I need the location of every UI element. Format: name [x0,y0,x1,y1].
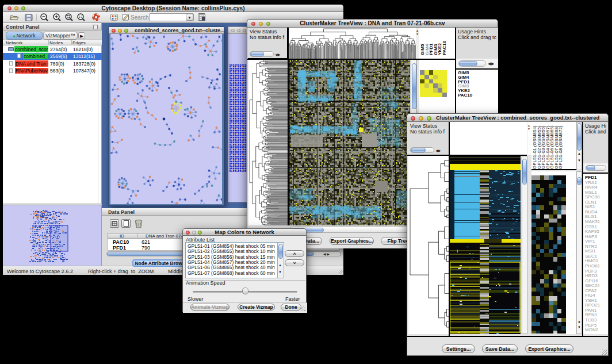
svg-text:1:1: 1:1 [79,15,83,18]
